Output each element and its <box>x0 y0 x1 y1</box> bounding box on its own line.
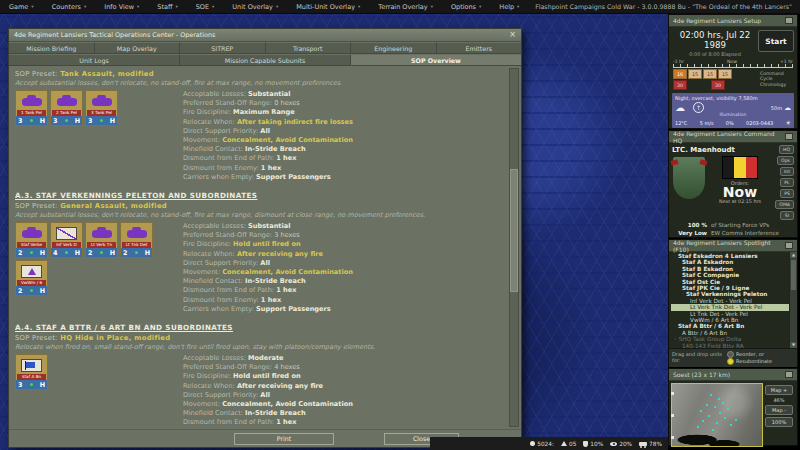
menu-label: Game <box>9 3 28 11</box>
tab-sop-overview[interactable]: SOP Overview <box>351 54 521 65</box>
unit-dot-icon <box>719 412 721 414</box>
menu-help[interactable]: Help▾ <box>490 3 528 11</box>
unit-counter[interactable]: VwWm / 62H <box>15 260 48 296</box>
section-body: 1 Tank Pel3H2 Tank Pel3H3 Tank Pel3HAcce… <box>15 90 507 182</box>
setup-panel-header[interactable]: 4de Regiment Lansiers Setup <box>669 15 797 27</box>
panel-menu-icon[interactable] <box>785 242 793 249</box>
detail-label: Dismount from End of Path: <box>183 154 276 162</box>
detail-value: Substantial <box>248 90 291 98</box>
detail-value: Hold until fired on <box>233 240 301 248</box>
menu-staff[interactable]: Staff▾ <box>148 3 186 11</box>
sop-detail: Preferred Stand-Off Range: 3 hexes <box>183 231 507 240</box>
expanded-icon: ▾ <box>674 253 676 259</box>
stat-label: EW Comms Interference <box>711 230 779 238</box>
strength-value: 3 <box>53 117 57 125</box>
command-hq-header[interactable]: 4de Regiment Lansiers Command HQ <box>669 131 797 143</box>
dialog-scrollbar[interactable] <box>509 68 519 427</box>
preset-value: General Assault, modified <box>60 202 167 210</box>
oma-button[interactable]: OMA <box>775 200 794 209</box>
sop-detail: Dismount from End of Path: 1 hex <box>183 154 507 163</box>
spotlight-panel: 4de Regiment Lansiers Spotlight (F10) ▾S… <box>668 239 798 367</box>
unit-counter[interactable]: Staf Verke2H <box>15 222 48 258</box>
close-icon[interactable]: × <box>509 31 516 39</box>
scroll-down-icon[interactable]: ▼ <box>790 342 797 348</box>
section-heading: A.3. STAF VERKENNINGS PELETON AND SUBORD… <box>15 191 507 200</box>
unit-counter[interactable]: 3 Tank Pel3H <box>85 90 118 126</box>
panel-menu-icon[interactable] <box>785 17 793 24</box>
unit-counter[interactable]: 2 Tank Pel3H <box>50 90 83 126</box>
chronology-box: 15 <box>688 69 702 79</box>
tab-emitters[interactable]: Emitters <box>437 42 522 53</box>
unit-counter[interactable]: Staf A Bn3H <box>15 354 48 390</box>
panel-menu-icon[interactable] <box>785 371 793 378</box>
unit-counter[interactable]: Lt Tnk Det2H <box>120 222 153 258</box>
menu-info-view[interactable]: Info View▾ <box>95 3 148 11</box>
tab-unit-logs[interactable]: Unit Logs <box>9 54 180 65</box>
scroll-up-icon[interactable]: ▲ <box>790 252 797 258</box>
scrollbar-thumb[interactable] <box>510 169 518 292</box>
sop-detail: Dismount from Enemy: 1 hex <box>183 296 507 305</box>
game-time: 02:00 hrs, Jul 22 1989 <box>672 30 758 50</box>
tab-map-overlay[interactable]: Map Overlay <box>95 42 181 53</box>
start-button[interactable]: Start <box>758 30 794 52</box>
minimap[interactable] <box>671 383 763 447</box>
menu-unit-overlay[interactable]: Unit Overlay▾ <box>223 3 287 11</box>
command-cycle-chronology: 16151515 3030 Command Cycle Chronology <box>673 69 793 91</box>
chevron-down-icon: ▾ <box>276 4 278 9</box>
map-zoom-out-button[interactable]: Map - <box>765 405 793 415</box>
dialog-title-bar[interactable]: 4de Regiment Lansiers Tactical Operation… <box>9 29 521 42</box>
sop-detail: Direct Support Priority: All <box>183 127 507 136</box>
minimap-header[interactable]: Soest (23 x 17 km) <box>669 369 797 381</box>
ps-button[interactable]: PS <box>780 189 794 198</box>
unit-counter[interactable]: 1 Tank Pel3H <box>15 90 48 126</box>
tab-mission-capable-subunits[interactable]: Mission Capable Subunits <box>180 54 351 65</box>
setup-panel: 4de Regiment Lansiers Setup 02:00 hrs, J… <box>668 14 798 129</box>
menu-counters[interactable]: Counters▾ <box>43 3 96 11</box>
posture-letter: H <box>110 249 115 257</box>
tab-transport[interactable]: Transport <box>266 42 352 53</box>
setup-panel-title: 4de Regiment Lansiers Setup <box>673 17 761 24</box>
menu-options[interactable]: Options▾ <box>442 3 490 11</box>
detail-label: Fire Discipline: <box>183 108 233 116</box>
detail-value: 1 hex <box>261 164 281 172</box>
tab-engineering[interactable]: Engineering <box>351 42 437 53</box>
chevron-down-icon: ▾ <box>358 4 360 9</box>
scrollbar-thumb[interactable] <box>791 260 796 290</box>
menu-soe[interactable]: SOE▾ <box>187 3 224 11</box>
radio-icon[interactable] <box>727 351 734 358</box>
stat-row: 100 %of Starting Force VPs <box>671 222 793 230</box>
ops-button[interactable]: Ops <box>777 156 794 165</box>
detail-value: 1 hex <box>276 286 296 294</box>
spotlight-header[interactable]: 4de Regiment Lansiers Spotlight (F10) <box>669 240 797 252</box>
unit-tree-item[interactable]: 140-143 Field Btty RA <box>671 343 789 348</box>
menu-game[interactable]: Game▾ <box>0 3 43 11</box>
tab-mission-briefing[interactable]: Mission Briefing <box>9 42 95 53</box>
unit-dot-icon <box>710 394 712 396</box>
pl-button[interactable]: PL <box>780 178 794 187</box>
panel-menu-icon[interactable] <box>785 133 793 140</box>
print-button[interactable]: Print <box>234 433 334 445</box>
unit-counter[interactable]: Lt Verk Tn2H <box>85 222 118 258</box>
chevron-down-icon: ▾ <box>137 4 139 9</box>
map-zoom-full-button[interactable]: 100% <box>765 417 793 427</box>
int-button[interactable]: Int <box>780 167 794 176</box>
spotlight-scrollbar[interactable]: ▲ ▼ <box>789 252 797 348</box>
resubordinate-option[interactable]: Resubordinate <box>727 358 794 365</box>
unit-counter[interactable]: Inf Verk D4H <box>50 222 83 258</box>
truck-icon <box>639 442 647 446</box>
radio-selected-icon[interactable] <box>727 358 734 365</box>
map-zoom-in-button[interactable]: Map + <box>765 385 793 395</box>
strength-value: 3 <box>18 381 22 389</box>
hq-button[interactable]: HQ <box>779 145 794 154</box>
detail-label: Minefield Contact: <box>183 277 245 285</box>
command-side-buttons: OpsIntPLPSOMASI <box>774 156 794 220</box>
sun-icon: ☀ <box>786 119 791 126</box>
si-button[interactable]: SI <box>780 211 794 220</box>
menu-multi-unit-overlay[interactable]: Multi-Unit Overlay▾ <box>287 3 369 11</box>
counter-strength-band: 3H <box>51 116 82 125</box>
tab-sitrep[interactable]: SITREP <box>180 42 266 53</box>
sop-detail: Minefield Contact: In-Stride Breach <box>183 409 507 418</box>
reorder-option[interactable]: Reorder, or <box>727 351 794 358</box>
menu-terrain-overlay[interactable]: Terrain Overlay▾ <box>369 3 442 11</box>
posture-letter: H <box>40 117 45 125</box>
